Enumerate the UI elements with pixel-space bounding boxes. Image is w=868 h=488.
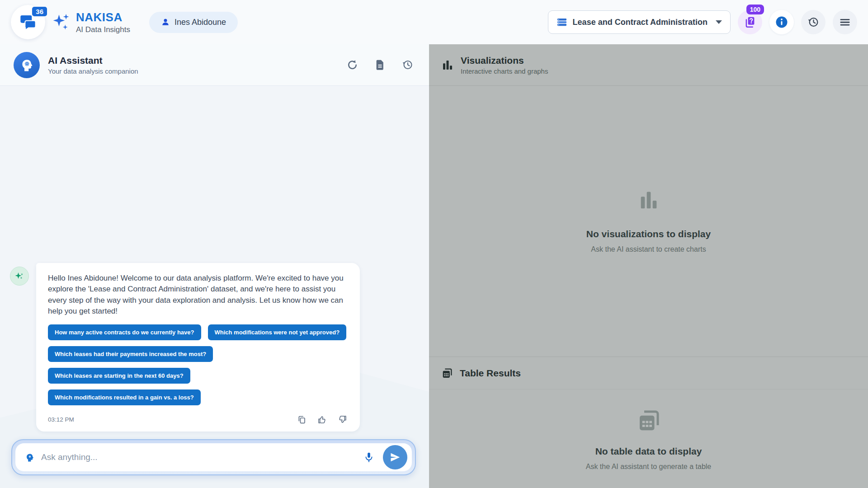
suggestion-leases-starting[interactable]: Which leases are starting in the next 60… (48, 368, 190, 384)
visualizations-title: Visualizations (461, 55, 548, 66)
visualizations-header: Visualizations Interactive charts and gr… (429, 44, 868, 86)
copy-message-button[interactable] (296, 414, 307, 425)
history-button[interactable] (801, 10, 826, 34)
table-results-title: Table Results (460, 368, 521, 379)
visualizations-subtitle: Interactive charts and graphs (461, 67, 548, 75)
dataset-selector-label: Lease and Contract Administration (573, 18, 708, 27)
user-chip[interactable]: Ines Abidoune (149, 12, 238, 33)
user-name: Ines Abidoune (175, 18, 226, 27)
thumbs-down-icon (338, 415, 347, 424)
logo-badge-count: 36 (31, 6, 48, 17)
brand: NAKISA AI Data Insights (76, 10, 130, 34)
export-chat-button[interactable] (372, 57, 388, 73)
visualizations-empty-subtitle: Ask the AI assistant to create charts (591, 245, 706, 253)
dataset-selector[interactable]: Lease and Contract Administration (548, 10, 731, 34)
chevron-down-icon (716, 20, 722, 24)
history-icon (401, 59, 414, 71)
suggestion-modifications-approved[interactable]: Which modifications were not yet approve… (208, 324, 347, 340)
assistant-message: Hello Ines Abidoune! Welcome to our data… (10, 263, 360, 432)
microphone-icon (363, 451, 375, 463)
app-logo: 36 (11, 5, 45, 39)
refresh-icon (346, 59, 359, 71)
message-text: Hello Ines Abidoune! Welcome to our data… (48, 273, 348, 317)
assistant-title: AI Assistant (48, 55, 333, 66)
refresh-chat-button[interactable] (344, 57, 360, 73)
table-empty-subtitle: Ask the AI assistant to generate a table (586, 463, 712, 471)
visualizations-empty-title: No visualizations to display (586, 229, 711, 239)
suggestion-active-contracts[interactable]: How many active contracts do we currentl… (48, 324, 201, 340)
info-button[interactable] (769, 10, 794, 34)
chat-history-button[interactable] (400, 57, 415, 73)
results-panel: Visualizations Interactive charts and gr… (429, 44, 868, 488)
document-icon (374, 59, 386, 71)
visualizations-empty-state: No visualizations to display Ask the AI … (429, 86, 868, 357)
help-credits-button[interactable]: 100 (738, 10, 762, 34)
voice-input-button[interactable] (361, 450, 377, 465)
question-cards-icon (743, 15, 757, 29)
thumbs-up-button[interactable] (316, 414, 328, 425)
send-button[interactable] (383, 445, 407, 469)
psychology-head-icon (19, 57, 34, 73)
chat-panel: AI Assistant Your data analysis companio… (0, 44, 429, 488)
thumbs-down-button[interactable] (337, 414, 348, 425)
list-icon (557, 17, 567, 28)
table-placeholder-icon (635, 407, 662, 434)
psychology-head-icon (24, 452, 35, 463)
message-bubble: Hello Ines Abidoune! Welcome to our data… (36, 263, 360, 432)
history-icon (807, 16, 820, 28)
bar-chart-placeholder-icon (637, 189, 660, 212)
suggestion-payments-increased[interactable]: Which leases had their payments increase… (48, 346, 213, 362)
message-timestamp: 03:12 PM (48, 416, 74, 423)
menu-button[interactable] (833, 10, 857, 34)
send-icon (389, 451, 401, 463)
sparkle-icon (14, 271, 25, 282)
ai-sparkle-avatar (10, 267, 29, 286)
sparkles-icon (52, 12, 71, 32)
assistant-subtitle: Your data analysis companion (48, 67, 333, 75)
brand-name: NAKISA (76, 10, 130, 24)
bar-chart-icon (441, 58, 454, 72)
chat-input[interactable] (41, 452, 355, 462)
credits-badge: 100 (746, 5, 764, 14)
assistant-avatar (14, 52, 40, 78)
table-icon (441, 367, 453, 380)
copy-icon (297, 415, 307, 424)
suggestion-buttons: How many active contracts do we currentl… (48, 324, 348, 405)
info-icon (775, 15, 788, 29)
chat-message-area: Hello Ines Abidoune! Welcome to our data… (0, 86, 429, 488)
suggestion-gain-vs-loss[interactable]: Which modifications resulted in a gain v… (48, 389, 201, 405)
top-bar: 36 NAKISA AI Data Insights Ines Abidoune… (0, 0, 868, 44)
person-icon (161, 18, 170, 27)
brand-subtitle: AI Data Insights (76, 25, 130, 34)
hamburger-icon (839, 16, 851, 28)
table-results-header: Table Results (429, 357, 868, 389)
chat-input-container (11, 439, 416, 475)
thumbs-up-icon (317, 415, 327, 424)
assistant-header: AI Assistant Your data analysis companio… (0, 44, 429, 86)
table-results-empty-state: No table data to display Ask the AI assi… (429, 389, 868, 488)
table-empty-title: No table data to display (595, 446, 702, 457)
